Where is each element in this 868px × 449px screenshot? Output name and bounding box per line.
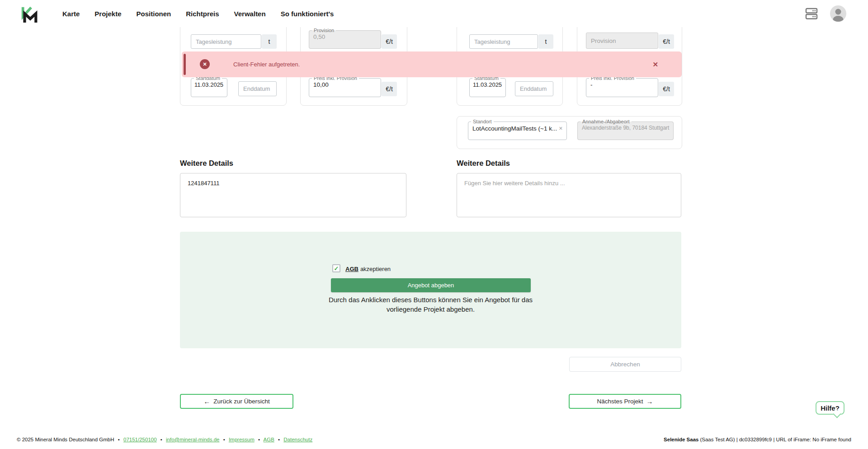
unit-eur-t-right: €/t [659, 34, 674, 49]
startdatum-field-left[interactable]: Startdatum 11.03.2025 [191, 76, 227, 97]
annahme-abgabeort-field: Annahme-/Abgabeort Alexanderstraße 9b, 7… [577, 119, 674, 140]
agb-link[interactable]: AGB [345, 266, 359, 272]
footer-right: Selenide Saas(Saas Test AG) | dc0332899f… [664, 437, 851, 442]
standort-value: LotAccountingMailTests (~1 k... [472, 125, 557, 132]
back-button-label: Zurück zur Übersicht [213, 398, 270, 405]
error-accent-bar [184, 54, 186, 75]
details-textarea-left[interactable]: 1241847111 [180, 173, 406, 217]
error-message: Client-Fehler aufgetreten. [233, 51, 300, 77]
unit-eur-t-right-2: €/t [659, 82, 674, 96]
unit-eur-t-left-2: €/t [382, 82, 397, 96]
user-avatar-icon[interactable] [830, 5, 846, 22]
billing-terminal-icon[interactable] [805, 7, 818, 20]
next-button-label: Nächstes Projekt [597, 398, 643, 405]
startdatum-value: 11.03.2025 [191, 81, 227, 88]
help-button[interactable]: Hilfe? [816, 401, 844, 415]
cancel-button[interactable]: Abbrechen [569, 357, 681, 372]
preis-inkl-provision-field-left[interactable]: Preis inkl. Provision 10,00 [309, 76, 381, 97]
standort-field[interactable]: Standort LotAccountingMailTests (~1 k...… [468, 119, 567, 140]
provision-field-left: Provision 0,50 [309, 28, 381, 49]
footer-link-agb[interactable]: AGB [264, 437, 274, 442]
provision-label: Provision [312, 28, 336, 33]
nav-item-so-funktionierts[interactable]: So funktioniert's [281, 10, 334, 18]
agb-checkbox[interactable]: ✓ [332, 264, 340, 272]
standort-label: Standort [471, 119, 494, 124]
annahme-abgabeort-value: Alexanderstraße 9b, 70184 Stuttgart [578, 124, 673, 131]
footer: © 2025 Mineral Minds Deutschland GmbH • … [0, 430, 868, 449]
arrow-right-icon: → [646, 398, 653, 405]
enddatum-input-right[interactable] [515, 81, 553, 96]
submit-section: ✓ AGBakzeptieren Angebot abgeben Durch d… [180, 232, 681, 348]
check-icon: ✓ [334, 265, 339, 272]
unit-eur-t-left: €/t [382, 34, 397, 49]
enddatum-input-left[interactable] [238, 81, 277, 96]
back-to-overview-button[interactable]: ← Zurück zur Übersicht [180, 394, 293, 409]
provision-input-right [586, 33, 658, 49]
nav-item-verwalten[interactable]: Verwalten [234, 10, 266, 18]
nav-item-positionen[interactable]: Positionen [137, 10, 171, 18]
details-textarea-right[interactable] [457, 173, 681, 217]
error-icon: ✕ [200, 59, 210, 69]
footer-link-datenschutz[interactable]: Datenschutz [283, 437, 312, 442]
nav-item-karte[interactable]: Karte [62, 10, 80, 18]
preis-value: - [586, 81, 658, 88]
next-project-button[interactable]: Nächstes Projekt → [569, 394, 681, 409]
brand-logo[interactable] [20, 5, 39, 23]
startdatum-value: 11.03.2025 [470, 81, 505, 88]
agb-label-text: akzeptieren [360, 266, 391, 272]
footer-link-email[interactable]: info@mineral-minds.de [166, 437, 219, 442]
close-icon[interactable]: ✕ [652, 51, 658, 77]
details-heading-right: Weitere Details [457, 159, 510, 168]
submit-offer-button[interactable]: Angebot abgeben [331, 278, 531, 292]
nav-item-projekte[interactable]: Projekte [94, 10, 121, 18]
tagesleistung-input-right[interactable] [469, 34, 538, 49]
footer-left: © 2025 Mineral Minds Deutschland GmbH • … [17, 437, 312, 442]
footer-env-info: (Saas Test AG) | dc0332899fc9 | URL of i… [700, 437, 851, 442]
header: Karte Projekte Positionen Richtpreis Ver… [0, 0, 868, 27]
unit-t-left: t [262, 34, 277, 49]
agb-label: AGBakzeptieren [345, 266, 391, 272]
main-nav: Karte Projekte Positionen Richtpreis Ver… [62, 0, 334, 27]
footer-link-phone[interactable]: 07151/250100 [123, 437, 157, 442]
footer-copyright: © 2025 Mineral Minds Deutschland GmbH [17, 437, 114, 442]
unit-t-right: t [538, 34, 553, 49]
preis-inkl-provision-field-right[interactable]: Preis inkl. Provision - [586, 76, 658, 97]
error-banner: ✕ Client-Fehler aufgetreten. ✕ [182, 51, 682, 77]
clear-icon[interactable]: × [559, 125, 562, 132]
provision-value: 0,50 [309, 33, 381, 40]
submit-hint: Durch das Anklicken dieses Buttons könne… [327, 295, 535, 314]
annahme-abgabeort-label: Annahme-/Abgabeort [580, 119, 632, 124]
footer-tenant-name: Selenide Saas [664, 437, 698, 442]
tagesleistung-input-left[interactable] [191, 34, 261, 49]
page: t Provision 0,50 €/t Startdatum 11.03.20… [0, 0, 868, 449]
details-heading-left: Weitere Details [180, 159, 233, 168]
nav-item-richtpreis[interactable]: Richtpreis [186, 10, 219, 18]
startdatum-field-right[interactable]: Startdatum 11.03.2025 [469, 76, 506, 97]
footer-link-impressum[interactable]: Impressum [229, 437, 255, 442]
preis-value: 10,00 [309, 81, 381, 88]
arrow-left-icon: ← [203, 398, 210, 405]
